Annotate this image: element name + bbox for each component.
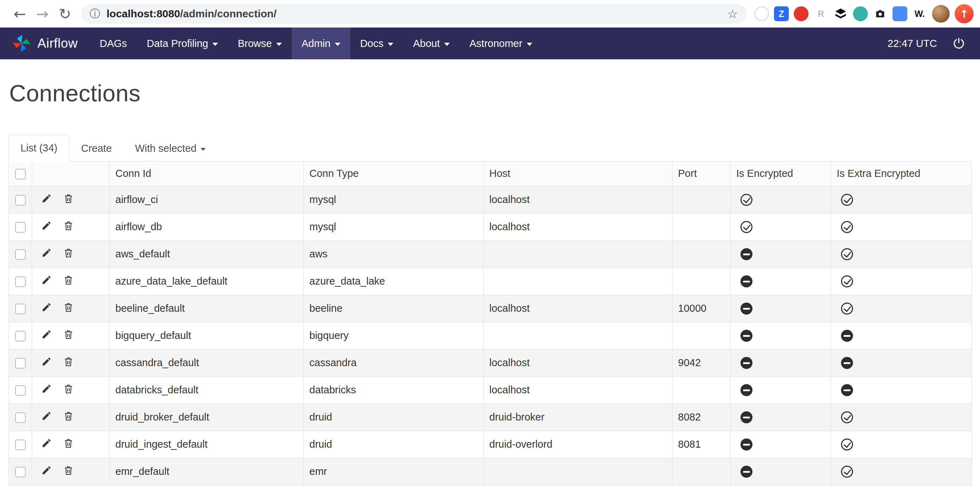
extension-r-icon[interactable]: R [813, 6, 828, 21]
pencil-icon [41, 410, 52, 421]
edit-button[interactable] [41, 220, 52, 233]
conn-type-cell: azure_data_lake [304, 268, 484, 295]
is-encrypted-icon [740, 411, 752, 423]
nav-item-about[interactable]: About [403, 27, 460, 59]
navbar-right: 22:47 UTC [888, 27, 980, 59]
row-checkbox[interactable] [15, 303, 26, 314]
bookmark-star-icon[interactable]: ☆ [727, 7, 738, 21]
extension-adblock-icon[interactable] [794, 6, 808, 21]
chevron-down-icon [276, 43, 282, 46]
nav-item-astronomer[interactable]: Astronomer [460, 27, 542, 59]
row-checkbox[interactable] [15, 412, 26, 423]
delete-button[interactable] [63, 383, 74, 396]
edit-button[interactable] [41, 438, 52, 451]
table-row: druid_ingest_default druid druid-overlor… [9, 431, 972, 458]
nav-item-dags[interactable]: DAGs [90, 27, 137, 59]
conn-type-cell: druid [304, 404, 484, 431]
airflow-logo-icon [12, 34, 31, 53]
row-checkbox[interactable] [15, 385, 26, 396]
airflow-navbar: Airflow DAGs Data Profiling Browse Admin… [0, 27, 980, 59]
nav-item-docs[interactable]: Docs [350, 27, 403, 59]
edit-button[interactable] [41, 465, 52, 478]
tab-create[interactable]: Create [70, 136, 124, 161]
edit-button[interactable] [41, 410, 52, 424]
extension-stack-icon[interactable] [833, 6, 848, 21]
site-info-icon[interactable]: ⓘ [90, 7, 100, 21]
edit-button[interactable] [41, 193, 52, 206]
pencil-icon [41, 193, 52, 204]
delete-button[interactable] [63, 410, 74, 424]
is-encrypted-icon [740, 384, 752, 396]
row-checkbox[interactable] [15, 358, 26, 369]
delete-button[interactable] [63, 465, 74, 478]
delete-button[interactable] [63, 438, 74, 451]
conn-id-cell: druid_ingest_default [110, 431, 304, 458]
profile-avatar[interactable] [932, 5, 950, 22]
host-cell [484, 268, 672, 295]
utc-clock: 22:47 UTC [888, 38, 937, 50]
row-checkbox[interactable] [15, 249, 26, 260]
nav-item-data-profiling[interactable]: Data Profiling [137, 27, 228, 59]
table-row: aws_default aws [9, 240, 972, 268]
pencil-icon [41, 248, 52, 258]
delete-button[interactable] [63, 356, 74, 369]
forward-button[interactable]: → [31, 5, 54, 22]
delete-button[interactable] [63, 193, 74, 206]
reload-button[interactable]: ↻ [54, 5, 76, 22]
nav-item-admin[interactable]: Admin [292, 27, 350, 59]
extension-z-icon[interactable]: Z [774, 6, 789, 21]
conn-id-cell: bigquery_default [110, 322, 304, 349]
pencil-icon [41, 275, 52, 285]
trash-icon [63, 465, 74, 476]
is-extra-encrypted-icon [841, 194, 853, 206]
trash-icon [63, 383, 74, 394]
pencil-icon [41, 220, 52, 231]
trash-icon [63, 275, 74, 285]
tab-list[interactable]: List (34) [8, 135, 70, 161]
port-cell [672, 322, 730, 349]
trash-icon [63, 220, 74, 231]
edit-button[interactable] [41, 383, 52, 396]
host-cell [484, 458, 672, 485]
conn-type-cell: mysql [304, 213, 484, 240]
trash-icon [63, 248, 74, 258]
delete-button[interactable] [63, 329, 74, 342]
host-cell: druid-overlord [484, 431, 672, 458]
main-menu: DAGs Data Profiling Browse Admin Docs Ab… [90, 27, 542, 59]
browser-update-icon[interactable]: ↑ [955, 4, 974, 23]
airflow-brand[interactable]: Airflow [0, 27, 90, 59]
delete-button[interactable] [63, 275, 74, 288]
row-checkbox[interactable] [15, 331, 26, 342]
main-content: Connections List (34) Create With select… [0, 80, 980, 485]
extension-circle-icon[interactable] [754, 6, 769, 21]
is-extra-encrypted-icon [841, 439, 853, 450]
extension-blue-square-icon[interactable] [892, 6, 907, 21]
delete-button[interactable] [63, 220, 74, 233]
extension-camera-icon[interactable] [873, 6, 888, 21]
extension-teal-icon[interactable] [853, 6, 868, 21]
row-checkbox[interactable] [15, 195, 26, 206]
select-all-checkbox[interactable] [15, 169, 26, 179]
row-checkbox[interactable] [15, 222, 26, 233]
nav-item-browse[interactable]: Browse [228, 27, 292, 59]
edit-button[interactable] [41, 329, 52, 342]
edit-button[interactable] [41, 302, 52, 315]
delete-button[interactable] [63, 248, 74, 260]
row-checkbox[interactable] [15, 276, 26, 287]
power-icon[interactable] [953, 37, 965, 50]
port-cell [672, 213, 730, 240]
delete-button[interactable] [63, 302, 74, 315]
tab-with-selected[interactable]: With selected [124, 136, 217, 161]
chevron-down-icon [444, 43, 450, 46]
port-cell [672, 376, 730, 404]
edit-button[interactable] [41, 248, 52, 260]
back-button[interactable]: ← [8, 5, 31, 22]
address-bar[interactable]: ⓘ localhost:8080/admin/connection/ ☆ [81, 4, 746, 24]
row-checkbox[interactable] [15, 439, 26, 450]
edit-button[interactable] [41, 356, 52, 369]
extension-w-icon[interactable]: W. [912, 6, 927, 21]
column-header-is-extra-encrypted: Is Extra Encrypted [831, 161, 972, 186]
edit-button[interactable] [41, 275, 52, 288]
row-checkbox[interactable] [15, 467, 26, 477]
is-extra-encrypted-icon [841, 275, 853, 287]
